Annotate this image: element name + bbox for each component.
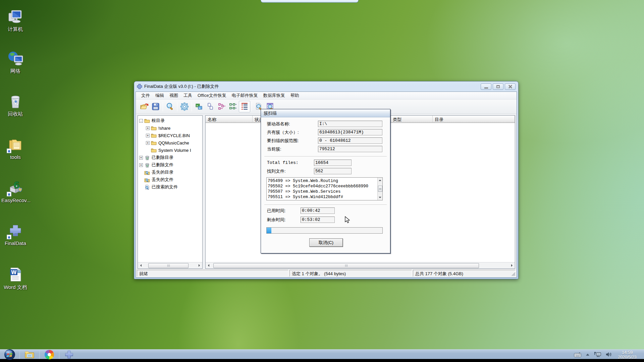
desktop-icon-computer[interactable]: 计算机 (1, 8, 30, 33)
minimize-button[interactable] (481, 83, 491, 90)
total-clusters-value: 61048613(238471M) (318, 129, 382, 135)
start-button[interactable] (0, 350, 19, 359)
tree-item-lost-files[interactable]: 丢失的文件 (139, 176, 202, 183)
close-button[interactable] (505, 83, 516, 90)
cluster-scan-dialog: 簇扫描 驱动器名称: I:\ 共有簇（大小）: 61048613(238471M… (261, 109, 390, 253)
scrollbar-track[interactable] (211, 263, 509, 268)
menu-email-recovery[interactable]: 电子邮件恢复 (229, 92, 261, 99)
mouse-cursor (345, 216, 351, 224)
log-line: 795499 => System.Web.Routing (268, 178, 377, 184)
expand-expander-icon[interactable]: + (146, 134, 150, 137)
tree-item-recycle-bin-folder[interactable]: + $RECYCLE.BIN (139, 132, 202, 139)
tree-item-label: 已删除文件 (152, 162, 173, 168)
finaldata-taskbar-icon (64, 350, 74, 359)
preview-images-icon[interactable] (193, 101, 205, 112)
scroll-left-arrow-icon[interactable] (206, 263, 211, 268)
save-icon[interactable] (150, 101, 161, 112)
small-icons-view-icon[interactable] (216, 101, 227, 112)
scroll-left-arrow-icon[interactable] (138, 263, 144, 268)
column-header-type[interactable]: 类型 (391, 116, 433, 123)
tree-item-searched-files[interactable]: 已搜索的文件 (139, 183, 202, 191)
scroll-down-arrow-icon[interactable] (378, 195, 382, 200)
scroll-up-arrow-icon[interactable] (378, 178, 382, 183)
desktop-icon-label: Word 文档 (1, 284, 30, 291)
tree-item-lost-dirs[interactable]: 丢失的目录 (139, 169, 202, 176)
menu-database-recovery[interactable]: 数据库恢复 (261, 92, 288, 99)
network-status-icon[interactable] (594, 352, 601, 358)
toolbar-separator (252, 102, 252, 111)
elapsed-time-value: 0:00:42 (301, 207, 335, 214)
menu-file[interactable]: 文件 (139, 92, 153, 99)
network-icon (7, 50, 23, 66)
folder-shortcut-icon (7, 136, 23, 153)
total-clusters-label: 共有簇（大小）: (267, 129, 318, 135)
scan-log-listbox[interactable]: 795499 => System.Web.Routing 795502 => 5… (266, 177, 383, 200)
maximize-button[interactable] (493, 83, 503, 90)
taskbar-finaldata-button[interactable] (59, 350, 79, 359)
log-vertical-scrollbar[interactable] (377, 178, 382, 200)
cancel-button[interactable]: 取消(C) (309, 238, 343, 247)
column-header-directory[interactable]: 目录 (433, 116, 515, 123)
search-icon[interactable] (164, 101, 176, 112)
resize-grip-icon[interactable] (511, 272, 516, 277)
scroll-right-arrow-icon[interactable] (509, 263, 515, 268)
expand-expander-icon[interactable]: + (139, 156, 143, 160)
taskbar: 14:59 2020/5/23 (0, 349, 644, 359)
log-line: 795507 => System.Web.Services (268, 189, 377, 194)
menu-tools[interactable]: 工具 (181, 92, 195, 99)
expand-expander-icon[interactable]: + (139, 163, 143, 167)
tree-item-qqmusiccache[interactable]: + QQMusicCache (139, 139, 202, 146)
desktop-icon-tools[interactable]: tools (1, 136, 30, 160)
open-icon[interactable] (139, 101, 150, 112)
tree-item-deleted-files[interactable]: + 已删除文件 (139, 161, 202, 169)
finaldata-app-icon (137, 84, 142, 89)
tree-item-deleted-dirs[interactable]: + 已删除目录 (139, 154, 202, 161)
menubar: 文件 编辑 视图 工具 Office文件恢复 电子邮件恢复 数据库恢复 帮助 (136, 92, 517, 100)
expand-expander-icon[interactable]: + (146, 141, 150, 145)
tree-item-label: QQMusicCache (158, 140, 189, 145)
clock-time: 14:59 (613, 350, 641, 355)
vm-toolbar-tab[interactable] (261, 0, 359, 3)
detail-list-view-icon[interactable] (239, 101, 250, 112)
scrollbar-thumb[interactable] (213, 263, 479, 268)
column-header-name[interactable]: 名称 (206, 116, 253, 123)
show-hidden-icons-arrow[interactable] (585, 353, 590, 356)
scrollbar-track[interactable] (144, 263, 197, 268)
menu-help[interactable]: 帮助 (288, 92, 302, 99)
taskbar-browser-button[interactable] (40, 350, 59, 359)
input-method-icon[interactable] (574, 352, 581, 357)
menu-edit[interactable]: 编辑 (153, 92, 167, 99)
settings-gear-icon[interactable] (179, 101, 190, 112)
remaining-time-value: 0:53:02 (301, 217, 335, 223)
desktop-icon-word-doc[interactable]: W Word 文档 (1, 266, 30, 291)
desktop-icon-finaldata[interactable]: FinalData (1, 223, 30, 246)
tree-item-root[interactable]: - 根目录 (139, 117, 202, 124)
desktop-icon-easyrecovery[interactable]: 6 EasyRecov... (1, 180, 30, 203)
scrollbar-thumb[interactable] (378, 186, 382, 192)
desktop-icon-recycle-bin[interactable]: 回收站 (1, 93, 30, 117)
menu-view[interactable]: 视图 (167, 92, 181, 99)
desktop-icon-label: tools (1, 154, 30, 160)
tree-item-label: !share (158, 126, 170, 131)
tree-horizontal-scrollbar[interactable] (138, 262, 202, 268)
taskbar-explorer-button[interactable] (20, 350, 39, 359)
dialog-titlebar[interactable]: 簇扫描 (261, 109, 390, 117)
list-horizontal-scrollbar[interactable] (206, 262, 515, 268)
tree-item-share[interactable]: + !share (139, 124, 202, 132)
scroll-right-arrow-icon[interactable] (197, 263, 202, 268)
desktop-icon-network[interactable]: 网络 (1, 50, 30, 74)
scrollbar-thumb[interactable] (148, 263, 189, 268)
tree-item-system-volume[interactable]: System Volume I (139, 146, 202, 154)
expand-expander-icon[interactable]: + (146, 126, 150, 130)
taskbar-clock[interactable]: 14:59 2020/5/23 (613, 350, 641, 360)
icon-grid-view-icon[interactable] (227, 101, 239, 112)
shortcut-arrow-icon (7, 148, 11, 153)
collapse-expander-icon[interactable]: - (139, 119, 143, 123)
log-line: 795511 => System.Wind412bbddf# (268, 194, 377, 199)
menu-office-recovery[interactable]: Office文件恢复 (195, 92, 229, 99)
dialog-title: 簇扫描 (264, 110, 277, 116)
window-titlebar[interactable]: FinalData 企业版 v3.0 (I:) - 已删除文件 (134, 81, 518, 92)
volume-icon[interactable] (605, 352, 612, 357)
copy-pages-icon[interactable] (205, 101, 216, 112)
found-files-label: 找到文件: (267, 168, 314, 174)
